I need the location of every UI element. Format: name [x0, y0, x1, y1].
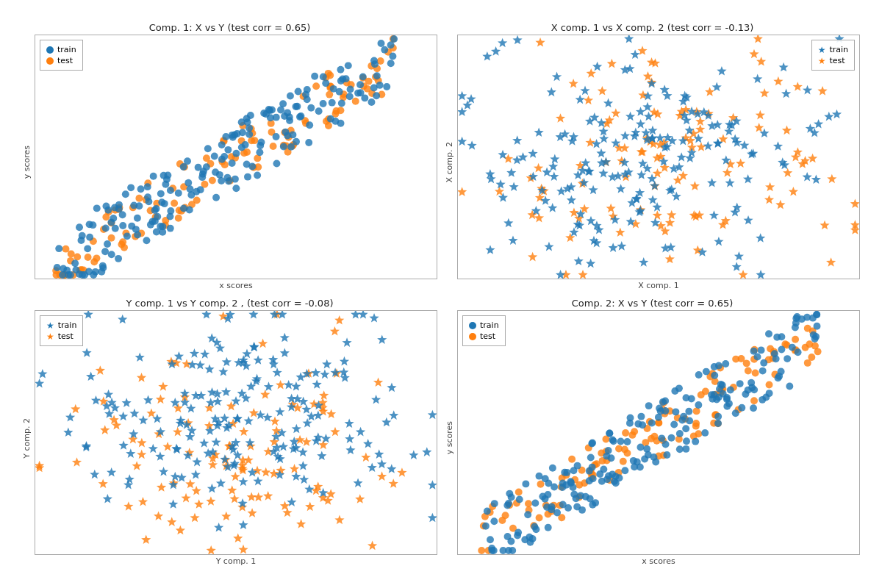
svg-point-235 [245, 131, 253, 138]
legend-train-label: train [57, 45, 76, 54]
plot-br-svg [458, 311, 859, 554]
svg-point-325 [568, 456, 576, 463]
plot-br-title: Comp. 2: X vs Y (test corr = 0.65) [572, 298, 734, 309]
svg-point-560 [578, 506, 586, 514]
svg-point-234 [151, 207, 159, 214]
svg-point-534 [503, 502, 511, 509]
svg-point-281 [287, 143, 295, 151]
legend-train-dot-br [469, 322, 476, 329]
svg-point-457 [765, 330, 772, 337]
svg-point-117 [119, 238, 126, 245]
svg-point-190 [108, 251, 115, 258]
svg-point-603 [809, 315, 817, 322]
svg-point-157 [93, 204, 101, 212]
svg-point-197 [238, 144, 245, 151]
svg-point-237 [119, 211, 126, 218]
svg-point-222 [256, 148, 263, 156]
svg-point-9 [135, 195, 143, 202]
svg-point-267 [370, 57, 378, 65]
svg-point-625 [603, 453, 610, 460]
svg-point-401 [804, 325, 811, 332]
svg-point-253 [381, 46, 388, 54]
svg-point-456 [686, 417, 693, 424]
plot-tr-title: X comp. 1 vs X comp. 2 (test corr = -0.1… [551, 22, 754, 33]
svg-point-462 [645, 402, 653, 409]
svg-point-626 [711, 363, 718, 370]
svg-point-67 [175, 215, 182, 222]
svg-point-613 [759, 368, 767, 375]
plot-tr-ylabel: X comp. 2 [445, 142, 454, 183]
svg-point-206 [295, 88, 302, 96]
svg-point-472 [682, 445, 689, 453]
svg-point-443 [623, 438, 631, 445]
svg-point-620 [711, 372, 718, 379]
svg-point-474 [760, 359, 767, 367]
svg-point-557 [491, 500, 498, 507]
svg-point-282 [150, 173, 157, 180]
svg-point-311 [134, 231, 141, 238]
svg-point-187 [167, 225, 174, 232]
svg-point-79 [352, 98, 359, 105]
svg-point-126 [306, 121, 313, 129]
svg-point-635 [630, 457, 637, 465]
svg-point-489 [773, 334, 781, 341]
svg-point-291 [203, 163, 210, 171]
svg-point-238 [229, 159, 236, 167]
svg-point-218 [224, 146, 232, 154]
svg-point-634 [685, 408, 692, 415]
svg-point-614 [655, 414, 662, 421]
svg-point-409 [750, 397, 758, 404]
svg-point-542 [784, 355, 791, 362]
svg-point-301 [354, 90, 362, 97]
svg-point-487 [676, 430, 684, 437]
svg-point-621 [754, 353, 761, 360]
svg-point-125 [137, 185, 145, 193]
svg-point-612 [670, 421, 678, 429]
svg-point-578 [637, 413, 645, 420]
svg-point-363 [745, 367, 752, 374]
svg-point-636 [745, 387, 752, 394]
plot-tl-xlabel: x scores [35, 281, 437, 290]
svg-point-601 [609, 436, 616, 443]
svg-point-93 [68, 250, 75, 257]
svg-point-214 [387, 60, 395, 67]
svg-point-223 [204, 145, 212, 152]
svg-point-467 [778, 346, 785, 354]
svg-point-323 [536, 514, 543, 522]
svg-point-256 [232, 176, 239, 183]
svg-point-287 [359, 73, 367, 80]
svg-point-563 [778, 368, 785, 376]
svg-point-232 [101, 248, 109, 255]
svg-point-442 [524, 511, 531, 518]
svg-point-250 [71, 259, 79, 267]
plot-bl-box: ★ train ★ test [35, 310, 437, 555]
svg-point-632 [692, 438, 699, 445]
svg-point-72 [108, 234, 115, 242]
svg-point-558 [516, 496, 523, 503]
svg-point-600 [715, 394, 723, 401]
svg-point-78 [312, 82, 320, 90]
svg-point-212 [327, 115, 334, 123]
plot-tl-ylabel: y scores [22, 146, 32, 179]
svg-point-193 [195, 164, 202, 171]
svg-point-628 [529, 535, 537, 542]
svg-point-302 [86, 234, 93, 241]
svg-point-221 [337, 66, 344, 74]
svg-point-243 [233, 150, 240, 157]
svg-point-616 [680, 413, 687, 420]
svg-point-312 [389, 52, 396, 60]
svg-point-416 [692, 420, 700, 427]
svg-point-290 [282, 129, 290, 136]
svg-point-619 [786, 383, 793, 390]
svg-point-283 [218, 177, 225, 184]
svg-point-269 [158, 198, 165, 206]
svg-point-213 [184, 179, 192, 187]
svg-point-532 [793, 313, 800, 320]
svg-point-574 [562, 481, 570, 489]
svg-point-639 [531, 499, 539, 506]
svg-point-468 [736, 380, 744, 387]
svg-point-298 [144, 193, 151, 201]
svg-point-631 [652, 458, 659, 465]
plot-tl-legend: train test [40, 40, 83, 71]
svg-point-313 [338, 100, 345, 107]
